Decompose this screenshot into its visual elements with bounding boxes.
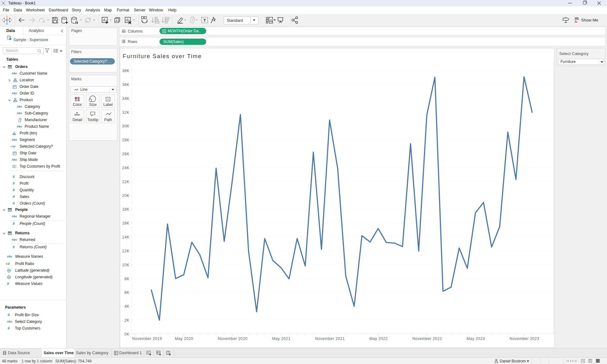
svg-text:Standard: Standard [227, 18, 243, 23]
svg-text:4K: 4K [124, 304, 129, 309]
svg-text:0K: 0K [124, 332, 129, 336]
svg-text:Show Me: Show Me [581, 18, 598, 22]
svg-text:Size: Size [89, 102, 97, 107]
svg-text:T: T [107, 98, 109, 101]
svg-text:26K: 26K [122, 152, 129, 156]
svg-text:18K: 18K [122, 207, 129, 212]
svg-text:November 2019: November 2019 [132, 336, 162, 341]
svg-text:Furniture Sales over Time: Furniture Sales over Time [123, 53, 202, 59]
svg-text:Tooltip: Tooltip [87, 118, 98, 122]
svg-text:6K: 6K [124, 290, 129, 295]
svg-text:38K: 38K [122, 69, 129, 73]
svg-text:8K: 8K [124, 277, 129, 281]
svg-text:May 2020: May 2020 [175, 336, 193, 341]
svg-text:Label: Label [103, 102, 113, 107]
svg-text:November 2022: November 2022 [412, 336, 442, 341]
svg-text:12K: 12K [122, 249, 129, 253]
svg-text:May 2021: May 2021 [272, 336, 290, 341]
svg-text:May 2022: May 2022 [369, 336, 388, 341]
svg-text:May 2023: May 2023 [467, 336, 485, 341]
svg-text:Detail: Detail [73, 118, 83, 122]
svg-text:32K: 32K [122, 110, 129, 115]
svg-text:T: T [203, 18, 206, 23]
svg-text:Color: Color [73, 102, 82, 107]
svg-text:14K: 14K [122, 235, 129, 239]
svg-text:24K: 24K [122, 166, 129, 170]
svg-text:16K: 16K [122, 221, 129, 225]
svg-text:34K: 34K [122, 96, 129, 101]
svg-text:36K: 36K [122, 83, 129, 87]
svg-text:November 2020: November 2020 [218, 336, 248, 341]
svg-text:November 2023: November 2023 [510, 336, 539, 341]
svg-text:20K: 20K [122, 194, 129, 198]
svg-text:November 2021: November 2021 [315, 336, 345, 341]
svg-text:22K: 22K [122, 180, 129, 184]
svg-text:10K: 10K [122, 263, 129, 267]
svg-text:Path: Path [104, 118, 112, 122]
svg-text:28K: 28K [122, 138, 129, 142]
svg-text:2K: 2K [124, 318, 129, 323]
svg-text:30K: 30K [122, 124, 129, 128]
